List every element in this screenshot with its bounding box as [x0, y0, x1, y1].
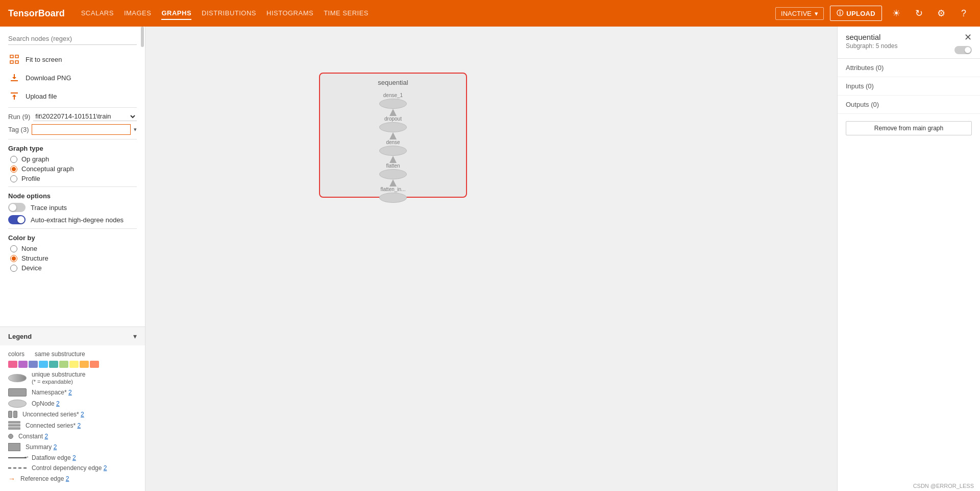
svg-rect-3 — [15, 61, 18, 63]
node-flatten[interactable]: flatten — [379, 163, 407, 179]
radio-structure-input[interactable] — [10, 255, 17, 262]
nav-links: SCALARS IMAGES GRAPHS DISTRIBUTIONS HIST… — [81, 7, 763, 20]
fit-to-screen-action[interactable]: Fit to screen — [8, 52, 137, 66]
sidebar-scrollbar[interactable] — [141, 27, 144, 47]
auto-extract-toggle[interactable] — [8, 215, 26, 224]
radio-conceptual-graph[interactable]: Conceptual graph — [10, 165, 137, 173]
dataflow-link[interactable]: 2 — [72, 454, 76, 461]
main-graph-area[interactable]: sequential dense_1 dropout d — [145, 27, 837, 491]
tag-input[interactable]: keras — [32, 124, 131, 135]
svg-rect-2 — [10, 61, 13, 63]
color-swatch-5 — [49, 361, 58, 368]
node-dense-shape — [379, 146, 407, 156]
run-select[interactable]: fit\20220714-101511\train — [33, 112, 137, 121]
color-swatch-1 — [8, 361, 17, 368]
opnode-link[interactable]: 2 — [56, 400, 60, 407]
sidebar-content: Fit to screen Download PNG Upload file R… — [0, 27, 145, 326]
node-dropout[interactable]: dropout — [379, 116, 407, 132]
reference-edge-link[interactable]: 2 — [66, 475, 69, 482]
radio-op-graph[interactable]: Op graph — [10, 155, 137, 163]
legend-connected-series: Connected series* 2 — [8, 421, 137, 430]
color-by-radio-group: None Structure Device — [10, 245, 137, 272]
summary-link[interactable]: 2 — [54, 443, 57, 451]
run-label: Run (9) — [8, 113, 30, 121]
attributes-section: Attributes (0) — [838, 59, 980, 77]
nav-time-series[interactable]: TIME SERIES — [324, 7, 369, 20]
radio-none-input[interactable] — [10, 245, 17, 252]
help-icon[interactable]: ? — [955, 5, 972, 21]
radio-none[interactable]: None — [10, 245, 137, 252]
graph-box[interactable]: sequential dense_1 dropout d — [319, 73, 467, 198]
node-dense-1-shape — [379, 99, 407, 109]
node-flatten-label: flatten — [386, 163, 400, 169]
reference-arrow-icon: → — [8, 475, 15, 483]
divider-3 — [8, 186, 137, 187]
legend-unique-substructure-label: unique substructure (* = expandable) — [32, 371, 85, 385]
trace-inputs-row: Trace inputs — [8, 203, 137, 212]
tag-dropdown-icon[interactable]: ▾ — [134, 126, 137, 133]
search-input[interactable] — [8, 33, 137, 45]
settings-icon[interactable]: ⚙ — [933, 5, 949, 21]
color-swatch-3 — [29, 361, 38, 368]
radio-none-label: None — [21, 245, 37, 252]
upload-file-action[interactable]: Upload file — [8, 89, 137, 103]
legend-opnode-shape — [8, 400, 27, 408]
radio-device[interactable]: Device — [10, 264, 137, 272]
divider-4 — [8, 228, 137, 229]
trace-inputs-toggle[interactable] — [8, 203, 26, 212]
node-dense[interactable]: dense — [379, 139, 407, 156]
radio-profile-input[interactable] — [10, 175, 17, 182]
legend-dataflow-shape: → — [8, 457, 27, 458]
right-panel-toggle[interactable] — [954, 46, 972, 54]
radio-device-input[interactable] — [10, 265, 17, 272]
legend-reference-edge-label: Reference edge 2 — [20, 475, 69, 482]
legend-dataflow-label: Dataflow edge 2 — [32, 454, 76, 461]
legend-ellipse-gradient-shape — [8, 374, 27, 382]
control-dep-link[interactable]: 2 — [104, 464, 107, 472]
arrow-2 — [389, 132, 397, 139]
radio-profile[interactable]: Profile — [10, 175, 137, 182]
connected-link[interactable]: 2 — [77, 422, 81, 429]
download-png-action[interactable]: Download PNG — [8, 71, 137, 85]
legend-opnode: OpNode 2 — [8, 400, 137, 408]
theme-icon[interactable]: ☀ — [888, 5, 904, 21]
node-flatten-in[interactable]: flatten_in... — [379, 186, 407, 203]
legend-reference-edge: → Reference edge 2 — [8, 475, 137, 483]
node-dense-1-label: dense_1 — [383, 92, 403, 98]
legend-header[interactable]: Legend ▾ — [0, 326, 145, 345]
chevron-down-icon: ▾ — [815, 10, 818, 17]
graph-type-section-title: Graph type — [8, 145, 137, 152]
nav-distributions[interactable]: DISTRIBUTIONS — [202, 7, 256, 20]
legend-unconnected-series-shape — [8, 411, 17, 418]
legend-constant-label: Constant 2 — [18, 433, 48, 440]
nav-images[interactable]: IMAGES — [124, 7, 152, 20]
unconnected-link[interactable]: 2 — [81, 411, 84, 418]
legend-control-dep-label: Control dependency edge 2 — [32, 464, 107, 472]
radio-conceptual-graph-input[interactable] — [10, 166, 17, 173]
radio-structure[interactable]: Structure — [10, 254, 137, 262]
legend-namespace-label: Namespace* 2 — [32, 389, 72, 396]
nav-scalars[interactable]: SCALARS — [81, 7, 114, 20]
nav-graphs[interactable]: GRAPHS — [161, 7, 191, 20]
namespace-link[interactable]: 2 — [68, 389, 72, 396]
divider-2 — [8, 139, 137, 139]
tag-row: Tag (3) keras ▾ — [8, 124, 137, 135]
upload-button[interactable]: ⓘ UPLOAD — [830, 6, 882, 21]
fit-icon — [8, 53, 20, 65]
refresh-icon[interactable]: ↻ — [911, 5, 927, 21]
nav-histograms[interactable]: HISTOGRAMS — [266, 7, 313, 20]
radio-op-graph-label: Op graph — [21, 155, 49, 163]
arrow-4 — [389, 179, 397, 186]
node-flatten-in-shape — [379, 193, 407, 203]
right-panel-close-button[interactable]: ✕ — [964, 33, 972, 42]
radio-conceptual-graph-label: Conceptual graph — [21, 165, 74, 173]
color-swatch-7 — [69, 361, 79, 368]
remove-from-main-graph-button[interactable]: Remove from main graph — [846, 121, 972, 135]
graph-type-radio-group: Op graph Conceptual graph Profile — [10, 155, 137, 182]
radio-op-graph-input[interactable] — [10, 156, 17, 163]
node-dense-1[interactable]: dense_1 — [379, 92, 407, 109]
svg-rect-0 — [10, 55, 13, 58]
color-swatch-4 — [39, 361, 48, 368]
constant-link[interactable]: 2 — [44, 433, 48, 440]
status-dropdown[interactable]: INACTIVE ▾ — [775, 7, 824, 20]
